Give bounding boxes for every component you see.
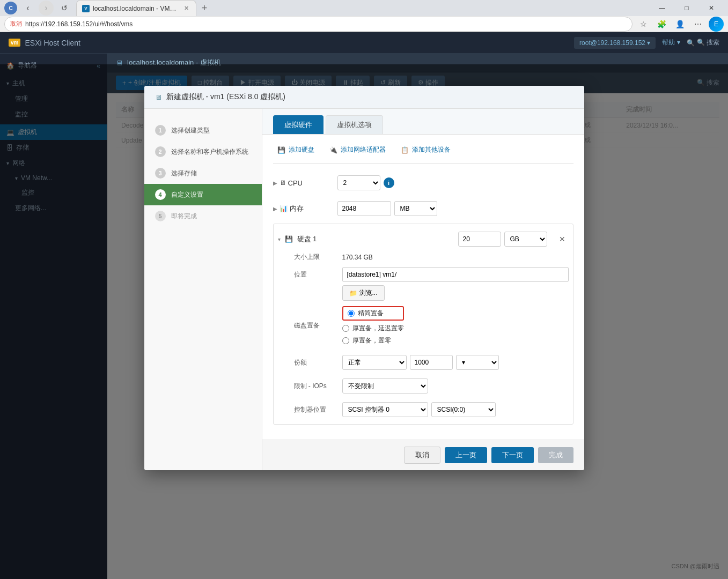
security-warning-icon: 取消	[10, 20, 22, 28]
controller-label: 控制器位置	[294, 405, 342, 414]
thick-eager-label: 厚置备，置零	[352, 336, 391, 345]
app-logo: vm ESXi Host Client	[9, 39, 80, 47]
disk-close-btn[interactable]: ✕	[556, 233, 569, 246]
radio-thin[interactable]: 精简置备	[342, 306, 404, 321]
wizard-step-4[interactable]: 4 自定义设置	[144, 184, 262, 205]
address-text: https://192.168.159.152/ui/#/host/vms	[25, 20, 627, 28]
dialog-header-icon: 🖥	[155, 93, 162, 101]
wizard-step-2[interactable]: 2 选择名称和客户机操作系统	[144, 141, 262, 162]
add-disk-btn[interactable]: 💾 添加硬盘	[273, 143, 319, 157]
tab-virtual-hardware[interactable]: 虚拟硬件	[273, 115, 323, 134]
wizard-step-5[interactable]: 5 即将完成	[144, 205, 262, 227]
radio-thick-lazy-input[interactable]	[342, 325, 349, 332]
step-5-num: 5	[155, 211, 166, 221]
quota-label: 份额	[294, 358, 342, 367]
cpu-info-btn[interactable]: i	[384, 177, 394, 188]
step-3-num: 3	[155, 168, 166, 179]
add-network-btn[interactable]: 🔌 添加网络适配器	[325, 143, 390, 157]
browser-nav-forward[interactable]: ›	[39, 1, 54, 16]
next-btn[interactable]: 下一页	[491, 447, 534, 463]
dialog-title: 新建虚拟机 - vm1 (ESXi 8.0 虚拟机)	[166, 92, 285, 102]
app-title: ESXi Host Client	[25, 39, 80, 47]
network-adapter-icon: 🔌	[329, 146, 337, 154]
disk-max-label: 大小上限	[294, 253, 342, 262]
memory-expand-icon: ▶	[273, 206, 277, 212]
add-other-btn[interactable]: 📋 添加其他设备	[396, 143, 455, 157]
limit-label: 限制 - IOPs	[294, 382, 342, 391]
help-menu[interactable]: 帮助 ▾	[662, 38, 680, 47]
quota-unit-select[interactable]: ▾	[456, 355, 499, 370]
edge-btn[interactable]: E	[709, 17, 724, 32]
memory-unit-select[interactable]: MB GB	[394, 201, 437, 216]
tab-vm-options[interactable]: 虚拟机选项	[326, 115, 383, 134]
browse-btn[interactable]: 📁 浏览...	[342, 285, 385, 301]
tab-favicon: V	[82, 5, 90, 12]
radio-thin-input[interactable]	[348, 310, 355, 317]
limit-select[interactable]: 不受限制	[342, 378, 428, 394]
disk-icon: 💾	[277, 146, 285, 154]
thin-label: 精简置备	[358, 309, 384, 318]
disk-location-label: 位置	[294, 270, 342, 279]
profile-btn[interactable]: 👤	[672, 17, 687, 32]
step-5-label: 即将完成	[171, 212, 197, 221]
folder-icon: 📁	[349, 290, 357, 297]
quota-select[interactable]: 正常 低 高	[342, 355, 407, 370]
dialog-overlay: 🖥 新建虚拟机 - vm1 (ESXi 8.0 虚拟机) 1 选择创建类型 2 …	[0, 64, 728, 579]
provision-radio-group: 精简置备 厚置备，延迟置零 厚置备，置零	[342, 306, 404, 345]
memory-label: 内存	[290, 204, 304, 213]
controller-slot-select[interactable]: SCSI(0:0)	[431, 402, 496, 417]
radio-thick-eager[interactable]: 厚置备，置零	[342, 336, 404, 345]
browser-nav-back[interactable]: ‹	[20, 1, 35, 16]
tab-close-btn[interactable]: ✕	[182, 4, 190, 13]
finish-btn[interactable]: 完成	[538, 447, 573, 463]
new-vm-dialog: 🖥 新建虚拟机 - vm1 (ESXi 8.0 虚拟机) 1 选择创建类型 2 …	[144, 86, 584, 470]
step-4-num: 4	[155, 189, 166, 200]
user-menu[interactable]: root@192.168.159.152 ▾	[574, 37, 656, 49]
wizard-step-3[interactable]: 3 选择存储	[144, 162, 262, 184]
cpu-label: CPU	[288, 179, 303, 187]
provision-label: 磁盘置备	[294, 321, 342, 330]
more-options-btn[interactable]: ⋯	[690, 17, 705, 32]
memory-icon: 📊	[280, 205, 288, 212]
memory-input[interactable]	[337, 201, 391, 216]
controller-select[interactable]: SCSI 控制器 0	[342, 402, 428, 417]
step-2-num: 2	[155, 146, 166, 157]
disk-section-label: 硬盘 1	[297, 234, 317, 244]
disk-size-input[interactable]	[458, 232, 501, 247]
wizard-steps: 1 选择创建类型 2 选择名称和客户机操作系统 3 选择存储 4 自定义设置	[144, 109, 262, 470]
thick-lazy-label: 厚置备，延迟置零	[352, 324, 404, 333]
cpu-icon: 🖥	[280, 179, 286, 187]
window-maximize-btn[interactable]: □	[674, 0, 699, 16]
search-btn[interactable]: 🔍 🔍 搜索	[687, 38, 719, 47]
vm-logo-text: vm	[9, 39, 20, 47]
step-1-label: 选择创建类型	[171, 126, 210, 135]
step-3-label: 选择存储	[171, 169, 197, 178]
disk-expand-icon: ▾	[278, 236, 281, 242]
cancel-btn[interactable]: 取消	[404, 447, 440, 464]
new-tab-btn[interactable]: +	[196, 0, 212, 16]
cpu-control-group: 2 1 4 8 i	[337, 175, 394, 190]
step-1-num: 1	[155, 125, 166, 136]
radio-thick-lazy[interactable]: 厚置备，延迟置零	[342, 324, 404, 333]
browser-tab-active[interactable]: V localhost.localdomain - VMware ✕	[76, 0, 196, 16]
extensions-btn[interactable]: 🧩	[654, 17, 669, 32]
radio-thick-eager-input[interactable]	[342, 337, 349, 344]
window-close-btn[interactable]: ✕	[699, 0, 724, 16]
step-2-label: 选择名称和客户机操作系统	[171, 147, 248, 157]
cpu-expand-icon: ▶	[273, 180, 277, 186]
search-icon: 🔍	[687, 39, 695, 47]
wizard-step-1[interactable]: 1 选择创建类型	[144, 120, 262, 141]
memory-control-group: MB GB	[337, 201, 437, 216]
bookmark-btn[interactable]: ☆	[636, 17, 651, 32]
plus-icon: 📋	[401, 146, 409, 154]
quota-num-input[interactable]	[410, 355, 453, 370]
prev-btn[interactable]: 上一页	[445, 447, 487, 463]
browser-nav-refresh[interactable]: ↺	[57, 1, 72, 16]
window-minimize-btn[interactable]: —	[650, 0, 674, 16]
tab-label: localhost.localdomain - VMware	[93, 5, 179, 12]
disk-location-input[interactable]	[342, 267, 569, 282]
disk-max-value: 170.34 GB	[342, 254, 373, 261]
disk-unit-select[interactable]: GB MB TB	[504, 232, 547, 247]
disk-section-icon: 💾	[285, 235, 293, 243]
cpu-select[interactable]: 2 1 4 8	[337, 175, 380, 190]
